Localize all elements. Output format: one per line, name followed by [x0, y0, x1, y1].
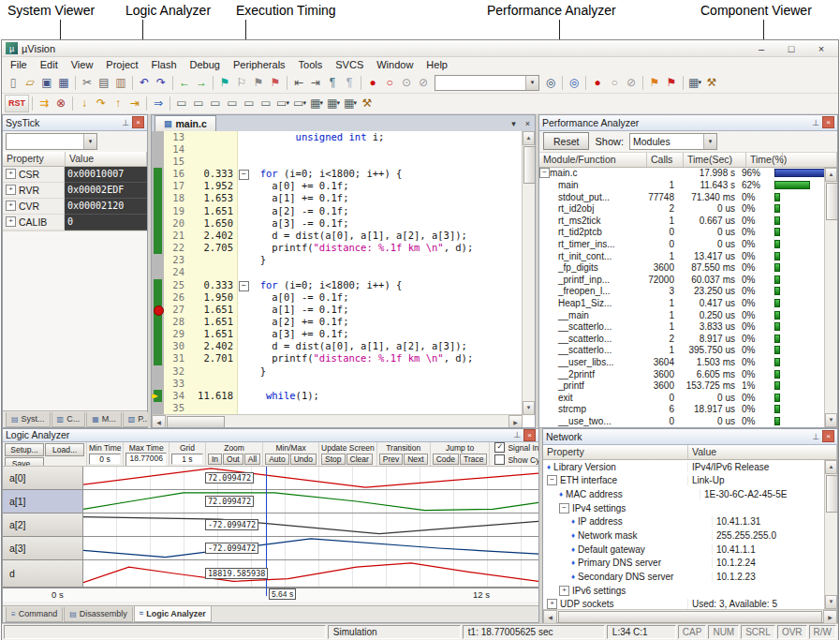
- network-row[interactable]: −ETH interfaceLink-Up: [543, 473, 824, 487]
- dropdown-arrow-icon[interactable]: ▾: [319, 99, 323, 107]
- navigate-forward-button[interactable]: →: [193, 75, 210, 91]
- viewer-tab-syst[interactable]: ▤Syst...: [6, 412, 51, 427]
- menu-peripherals[interactable]: Peripherals: [227, 58, 292, 71]
- unindent-button[interactable]: ⇤: [290, 75, 307, 91]
- breakpoint-margin[interactable]: [152, 168, 164, 180]
- dropdown-arrow-icon[interactable]: ▾: [302, 99, 306, 107]
- perf-row[interactable]: rt_id2obj20 us0%: [539, 202, 824, 215]
- perf-row[interactable]: _printf3600153.725 ms1%: [539, 380, 824, 392]
- bookmark-clear-all-button[interactable]: ⚑: [267, 75, 284, 91]
- trace-window-button[interactable]: ▦▾: [325, 96, 342, 112]
- debug-toolbox-button[interactable]: ⚒: [359, 96, 376, 112]
- systick-row[interactable]: +CALIB0: [3, 215, 147, 231]
- symbol-window-button[interactable]: ▭: [207, 96, 224, 112]
- systick-filter-combo[interactable]: ▾: [6, 133, 97, 150]
- scroll-right-icon[interactable]: ▶: [823, 610, 837, 624]
- stop-button[interactable]: Stop: [321, 454, 346, 465]
- serial-window-button[interactable]: ▭▾: [291, 96, 308, 112]
- bookmark-previous-button[interactable]: ⚐: [233, 75, 250, 91]
- find-in-files-button[interactable]: ◎: [542, 75, 559, 91]
- expand-icon[interactable]: +: [6, 169, 16, 179]
- systick-row[interactable]: +CVR0x00002120: [3, 199, 147, 215]
- breakpoint-margin[interactable]: [152, 217, 164, 230]
- menu-file[interactable]: File: [4, 58, 34, 71]
- step-out-button[interactable]: ↑: [110, 96, 126, 112]
- column-time-sec[interactable]: Time(Sec): [684, 153, 746, 167]
- breakpoint-margin[interactable]: [152, 156, 164, 168]
- menu-edit[interactable]: Edit: [34, 58, 65, 71]
- grid-value[interactable]: 1 s: [171, 454, 203, 465]
- perf-row[interactable]: __2printf36006.605 ms0%: [539, 368, 824, 380]
- scroll-down-icon[interactable]: ▼: [825, 413, 837, 427]
- window-layout-button[interactable]: ▦▾: [686, 75, 703, 91]
- auto-button[interactable]: Auto: [265, 454, 289, 465]
- checkbox-signal-info[interactable]: ✓Signal Info: [494, 442, 538, 453]
- scroll-right-icon[interactable]: ▶: [508, 415, 523, 427]
- pin-icon[interactable]: ⊥: [513, 430, 521, 439]
- step-into-button[interactable]: ↓: [76, 96, 93, 112]
- open-file-button[interactable]: ▱: [22, 75, 38, 91]
- perf-row[interactable]: strcmp618.917 us0%: [539, 404, 824, 416]
- breakpoint-margin[interactable]: [152, 205, 164, 217]
- close-button[interactable]: ×: [808, 41, 834, 55]
- maximize-button[interactable]: □: [778, 41, 804, 55]
- stop-button[interactable]: ⊗: [52, 96, 69, 112]
- menu-help[interactable]: Help: [420, 58, 454, 71]
- all-button[interactable]: All: [244, 454, 260, 465]
- trace-button[interactable]: Trace: [460, 454, 487, 465]
- perf-row[interactable]: main111.643 s62%: [539, 179, 824, 191]
- collapse-icon[interactable]: −: [559, 503, 569, 513]
- tab-list-icon[interactable]: ▾: [507, 117, 521, 131]
- perf-row[interactable]: __scatterlo...28.917 us0%: [539, 333, 824, 345]
- watch-window-button[interactable]: ▭: [258, 96, 274, 112]
- copy-button[interactable]: ▤: [96, 75, 112, 91]
- setup-button[interactable]: Setup...: [5, 443, 44, 456]
- collapse-icon[interactable]: −: [239, 170, 249, 180]
- uncomment-button[interactable]: ¶: [341, 75, 358, 91]
- scroll-up-icon[interactable]: ▲: [825, 168, 837, 182]
- expand-icon[interactable]: +: [559, 586, 569, 596]
- breakpoint-enable-disable-button[interactable]: ○: [381, 75, 398, 91]
- dropdown-arrow-icon[interactable]: ▾: [698, 79, 701, 86]
- max-time-value[interactable]: 18.77006 s: [125, 453, 166, 467]
- perf-row[interactable]: _printf_inp...7200060.037 ms0%: [539, 274, 824, 286]
- editor-horizontal-scrollbar[interactable]: ◀ ▶: [152, 414, 523, 427]
- prev-button[interactable]: Prev: [379, 454, 403, 465]
- bookmark-toggle-button[interactable]: ⚑: [216, 75, 233, 91]
- show-next-statement-button[interactable]: ⇒: [150, 96, 167, 112]
- scroll-thumb[interactable]: [523, 146, 535, 184]
- breakpoint-margin[interactable]: [152, 192, 164, 204]
- property-cell[interactable]: +CVR: [3, 199, 65, 215]
- network-horizontal-scrollbar[interactable]: ◀ ▶: [543, 609, 837, 622]
- in-button[interactable]: In: [208, 454, 222, 465]
- checkbox-show-cycles[interactable]: Show Cycles: [494, 454, 538, 465]
- editor-vertical-scrollbar[interactable]: ▲ ▼: [522, 131, 535, 415]
- editor-body[interactable]: 13 unsigned int i;1415160.333 us− for (i…: [152, 131, 535, 427]
- perf-row[interactable]: __scatterlo...13.833 us0%: [539, 320, 824, 333]
- pin-icon[interactable]: ⊥: [812, 118, 819, 127]
- comment-button[interactable]: ¶: [324, 75, 341, 91]
- perf-vertical-scrollbar[interactable]: ▲ ▼: [824, 168, 837, 427]
- column-calls[interactable]: Calls: [647, 153, 684, 167]
- run-button[interactable]: ⇉: [36, 96, 52, 112]
- perf-row[interactable]: __use_two...00 us0%: [539, 415, 824, 427]
- scroll-track[interactable]: [523, 185, 535, 401]
- menu-svcs[interactable]: SVCS: [329, 58, 370, 71]
- redo-button[interactable]: ↷: [153, 75, 169, 91]
- scroll-thumb[interactable]: [826, 475, 837, 513]
- minimize-button[interactable]: –: [748, 41, 774, 55]
- dock-tab-disassembly[interactable]: ▤Disassembly: [64, 607, 133, 622]
- save-button[interactable]: ▣: [38, 75, 55, 91]
- step-over-button[interactable]: ↷: [93, 96, 110, 112]
- tab-main-c[interactable]: ▤ main.c: [155, 115, 216, 131]
- memory-window-button[interactable]: ▭▾: [274, 96, 291, 112]
- breakpoint-margin[interactable]: [152, 291, 164, 304]
- breakpoint-margin[interactable]: [152, 316, 164, 328]
- network-row[interactable]: ♦Default gateway10.41.1.1: [543, 543, 824, 557]
- expand-icon[interactable]: +: [6, 185, 16, 195]
- breakpoint-margin[interactable]: [152, 180, 164, 192]
- scroll-track[interactable]: [825, 513, 837, 595]
- navigate-back-button[interactable]: ←: [176, 75, 193, 91]
- new-file-button[interactable]: ▯: [5, 75, 22, 91]
- reset-button[interactable]: Reset: [543, 132, 589, 150]
